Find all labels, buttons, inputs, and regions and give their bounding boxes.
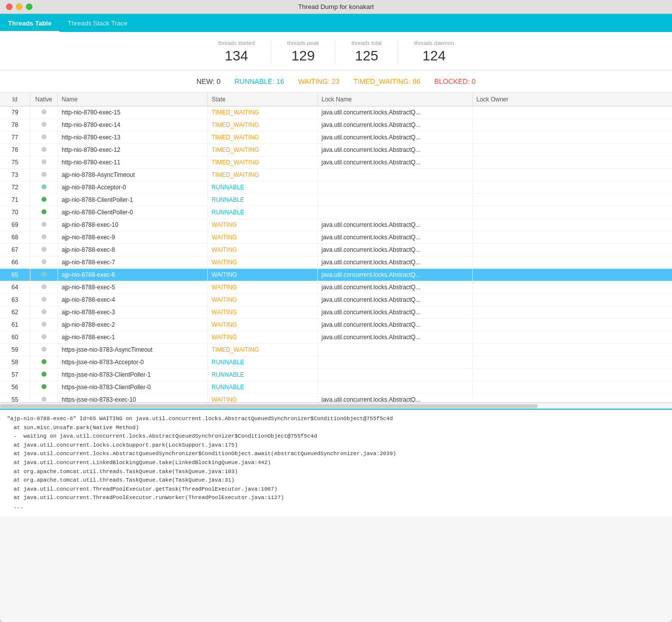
cell-lock-name <box>317 181 472 194</box>
state-badge: TIMED_WAITING <box>212 134 259 141</box>
table-row[interactable]: 76http-nio-8780-exec-12TIMED_WAITINGjava… <box>0 144 672 156</box>
stat-value-started: 134 <box>218 48 254 64</box>
table-row[interactable]: 71ajp-nio-8788-ClientPoller-1RUNNABLE <box>0 194 672 206</box>
table-row[interactable]: 58https-jsse-nio-8783-Acceptor-0RUNNABLE <box>0 356 672 369</box>
table-row[interactable]: 73ajp-nio-8788-AsyncTimeoutTIMED_WAITING <box>0 169 672 181</box>
native-indicator-dot <box>41 359 46 364</box>
cell-name: ajp-nio-8788-exec-10 <box>57 219 207 231</box>
native-indicator-dot <box>41 159 46 164</box>
cell-state: WAITING <box>207 319 317 331</box>
table-row[interactable]: 70ajp-nio-8788-ClientPoller-0RUNNABLE <box>0 206 672 219</box>
stat-threads-daemon: threads daemon 124 <box>398 40 470 64</box>
cell-lock-name: java.util.concurrent.locks.AbstractQ... <box>317 294 472 306</box>
status-waiting: WAITING: 23 <box>298 77 340 85</box>
scrollbar-thumb[interactable] <box>0 404 538 408</box>
native-indicator-dot <box>41 172 46 177</box>
cell-id: 57 <box>0 369 30 381</box>
table-row[interactable]: 68ajp-nio-8788-exec-9WAITINGjava.util.co… <box>0 231 672 244</box>
state-badge: RUNNABLE <box>212 384 244 391</box>
cell-name: https-jsse-nio-8783-ClientPoller-1 <box>57 369 207 381</box>
native-indicator-dot <box>41 384 46 389</box>
tab-threads-stack-trace[interactable]: Threads Stack Trace <box>59 15 135 32</box>
cell-id: 69 <box>0 219 30 231</box>
table-row[interactable]: 57https-jsse-nio-8783-ClientPoller-1RUNN… <box>0 369 672 381</box>
table-row[interactable]: 72ajp-nio-8788-Acceptor-0RUNNABLE <box>0 181 672 194</box>
cell-name: ajp-nio-8788-exec-3 <box>57 306 207 319</box>
cell-native <box>30 194 57 206</box>
header-name[interactable]: Name <box>57 93 207 106</box>
header-lock-name[interactable]: Lock Name <box>317 93 472 106</box>
stat-label-daemon: threads daemon <box>414 40 454 46</box>
cell-state: WAITING <box>207 269 317 281</box>
table-row[interactable]: 79http-nio-8780-exec-15TIMED_WAITINGjava… <box>0 106 672 119</box>
cell-id: 65 <box>0 269 30 281</box>
native-indicator-dot <box>41 272 46 277</box>
table-row[interactable]: 65ajp-nio-8788-exec-6WAITINGjava.util.co… <box>0 269 672 281</box>
cell-lock-owner <box>472 206 672 219</box>
cell-id: 63 <box>0 294 30 306</box>
state-badge: WAITING <box>212 246 237 253</box>
status-new: NEW: 0 <box>196 77 220 85</box>
status-summary: NEW: 0 RUNNABLE: 16 WAITING: 23 TIMED_WA… <box>0 70 672 93</box>
cell-lock-name: java.util.concurrent.locks.AbstractQ... <box>317 119 472 131</box>
cell-lock-name: java.util.concurrent.locks.AbstractQ... <box>317 131 472 144</box>
table-row[interactable]: 55https-jsse-nio-8783-exec-10WAITINGjava… <box>0 394 672 403</box>
header-lock-owner[interactable]: Lock Owner <box>472 93 672 106</box>
tab-threads-table[interactable]: Threads Table <box>0 15 59 32</box>
cell-id: 67 <box>0 244 30 256</box>
cell-lock-owner <box>472 381 672 394</box>
minimize-button[interactable] <box>16 3 22 10</box>
table-row[interactable]: 69ajp-nio-8788-exec-10WAITINGjava.util.c… <box>0 219 672 231</box>
native-indicator-dot <box>41 372 46 377</box>
state-badge: TIMED_WAITING <box>212 346 259 353</box>
cell-id: 79 <box>0 106 30 119</box>
state-badge: WAITING <box>212 309 237 316</box>
table-row[interactable]: 63ajp-nio-8788-exec-4WAITINGjava.util.co… <box>0 294 672 306</box>
native-indicator-dot <box>41 147 46 152</box>
cell-native <box>30 344 57 356</box>
table-row[interactable]: 78http-nio-8780-exec-14TIMED_WAITINGjava… <box>0 119 672 131</box>
cell-name: ajp-nio-8788-ClientPoller-1 <box>57 194 207 206</box>
cell-lock-owner <box>472 331 672 344</box>
table-header-row: Id Native Name State Lock Name Lock Owne… <box>0 93 672 106</box>
cell-lock-owner <box>472 131 672 144</box>
app-window: Thread Dump for konakart Threads Table T… <box>0 0 672 622</box>
table-row[interactable]: 60ajp-nio-8788-exec-1WAITINGjava.util.co… <box>0 331 672 344</box>
cell-lock-owner <box>472 119 672 131</box>
table-row[interactable]: 75http-nio-8780-exec-11TIMED_WAITINGjava… <box>0 156 672 169</box>
maximize-button[interactable] <box>26 3 32 10</box>
cell-id: 61 <box>0 319 30 331</box>
stat-value-peak: 129 <box>287 48 319 64</box>
cell-state: TIMED_WAITING <box>207 119 317 131</box>
table-row[interactable]: 64ajp-nio-8788-exec-5WAITINGjava.util.co… <box>0 281 672 294</box>
table-row[interactable]: 67ajp-nio-8788-exec-8WAITINGjava.util.co… <box>0 244 672 256</box>
stat-threads-total: threads total 125 <box>335 40 398 64</box>
cell-id: 75 <box>0 156 30 169</box>
table-row[interactable]: 59https-jsse-nio-8783-AsyncTimeoutTIMED_… <box>0 344 672 356</box>
native-indicator-dot <box>41 134 46 139</box>
cell-lock-owner <box>472 181 672 194</box>
cell-name: ajp-nio-8788-exec-1 <box>57 331 207 344</box>
cell-id: 59 <box>0 344 30 356</box>
table-row[interactable]: 66ajp-nio-8788-exec-7WAITINGjava.util.co… <box>0 256 672 269</box>
header-id[interactable]: Id <box>0 93 30 106</box>
threads-table-container[interactable]: Id Native Name State Lock Name Lock Owne… <box>0 93 672 403</box>
close-button[interactable] <box>6 3 12 10</box>
table-row[interactable]: 62ajp-nio-8788-exec-3WAITINGjava.util.co… <box>0 306 672 319</box>
state-badge: RUNNABLE <box>212 209 244 216</box>
cell-name: ajp-nio-8788-exec-5 <box>57 281 207 294</box>
state-badge: WAITING <box>212 296 237 303</box>
window-title: Thread Dump for konakart <box>298 3 374 10</box>
cell-lock-owner <box>472 169 672 181</box>
cell-lock-owner <box>472 156 672 169</box>
native-indicator-dot <box>41 247 46 252</box>
header-state[interactable]: State <box>207 93 317 106</box>
table-row[interactable]: 56https-jsse-nio-8783-ClientPoller-0RUNN… <box>0 381 672 394</box>
horizontal-scrollbar[interactable] <box>0 403 672 409</box>
table-row[interactable]: 61ajp-nio-8788-exec-2WAITINGjava.util.co… <box>0 319 672 331</box>
table-row[interactable]: 77http-nio-8780-exec-13TIMED_WAITINGjava… <box>0 131 672 144</box>
cell-native <box>30 256 57 269</box>
header-native[interactable]: Native <box>30 93 57 106</box>
cell-lock-name: java.util.concurrent.locks.AbstractQ... <box>317 319 472 331</box>
cell-lock-name <box>317 356 472 369</box>
